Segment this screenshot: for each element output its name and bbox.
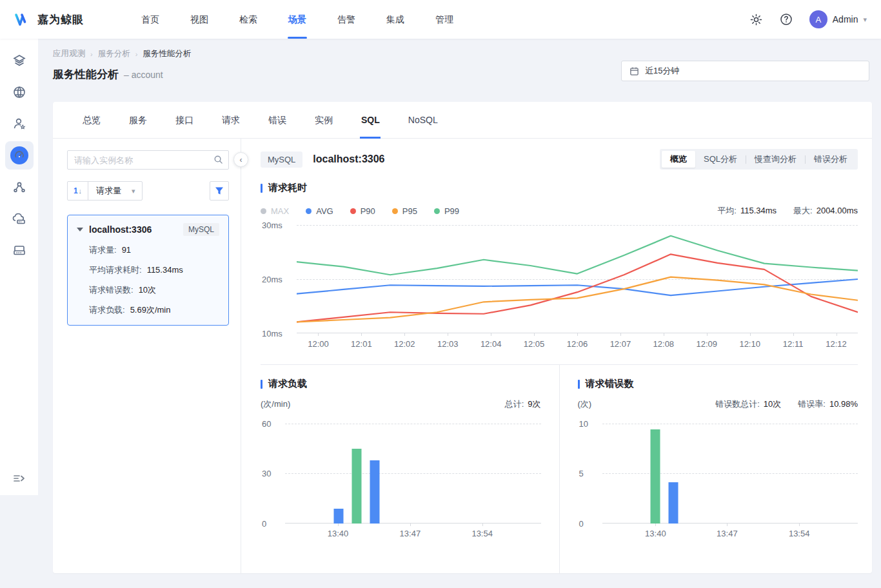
page-title: 服务性能分析 — [53, 67, 119, 82]
legend-item-max[interactable]: MAX — [261, 206, 289, 216]
legend-dot — [392, 208, 398, 214]
tab-errors[interactable]: 错误 — [254, 102, 301, 139]
x-tick-label: 12:02 — [383, 339, 426, 349]
tab-requests[interactable]: 请求 — [208, 102, 254, 139]
db-type-badge: MySQL — [261, 152, 302, 168]
time-range-picker[interactable]: 近15分钟 — [621, 61, 869, 81]
view-tab-error-analysis[interactable]: 错误分析 — [806, 151, 856, 168]
tab-nosql[interactable]: NoSQL — [394, 102, 452, 139]
legend-item-p99[interactable]: P99 — [434, 206, 459, 216]
view-tab-overview[interactable]: 概览 — [662, 151, 695, 168]
latency-line-chart[interactable]: 30ms 20ms 10ms — [261, 225, 858, 333]
tab-services[interactable]: 服务 — [115, 102, 161, 139]
nav-item-alerts[interactable]: 告警 — [322, 0, 371, 39]
latency-legend: MAX AVG P90 — [261, 206, 459, 216]
sort-order-icon[interactable]: 1↓ — [68, 182, 88, 200]
load-plot-area[interactable] — [285, 424, 541, 524]
axis-tick — [836, 333, 837, 336]
instance-list-panel: 1↓ 请求量 ▾ — [53, 139, 241, 573]
nav-item-home[interactable]: 首页 — [126, 0, 175, 39]
legend-item-avg[interactable]: AVG — [306, 206, 333, 216]
legend-dot — [350, 208, 356, 214]
nav-item-admin[interactable]: 管理 — [420, 0, 469, 39]
tab-instances[interactable]: 实例 — [301, 102, 347, 139]
y-axis-labels: 60 30 0 — [261, 424, 285, 524]
sidebar-item-apm-active[interactable] — [5, 141, 34, 170]
x-tick-label: 12:09 — [685, 339, 728, 349]
sidebar-item-layers[interactable] — [5, 46, 34, 75]
y-axis-labels: 30ms 20ms 10ms — [261, 225, 297, 333]
breadcrumb-item[interactable]: 应用观测 — [53, 48, 85, 59]
view-tab-sql-analysis[interactable]: SQL分析 — [695, 151, 746, 168]
axis-tick — [620, 333, 621, 336]
legend-item-p90[interactable]: P90 — [350, 206, 375, 216]
topology-icon — [12, 180, 26, 194]
load-bar-chart[interactable]: 60 30 0 — [261, 424, 541, 524]
user-star-icon — [12, 117, 26, 131]
legend-dot — [434, 208, 440, 214]
errors-bar[interactable] — [668, 482, 678, 524]
legend-dot — [306, 208, 312, 214]
axis-tick — [727, 524, 728, 526]
tab-sql[interactable]: SQL — [347, 102, 394, 139]
legend-item-p95[interactable]: P95 — [392, 206, 417, 216]
caret-down-icon[interactable] — [77, 228, 83, 231]
errors-bar-chart[interactable]: 10 5 0 — [578, 424, 858, 524]
unit-label: (次/min) — [261, 398, 290, 410]
metric-avg-latency: 平均请求耗时:115.34ms — [77, 264, 219, 276]
user-menu[interactable]: A Admin ▾ — [809, 10, 867, 28]
page-subtitle: – account — [124, 70, 163, 80]
help-icon[interactable] — [780, 13, 793, 26]
breadcrumb-item[interactable]: 服务分析 — [98, 48, 130, 59]
load-bar[interactable] — [370, 460, 379, 524]
axis-tick — [534, 333, 535, 336]
nav-item-integrations[interactable]: 集成 — [371, 0, 420, 39]
latency-section: 请求耗时 MAX AVG — [261, 182, 858, 349]
sidebar-item-topology[interactable] — [5, 173, 34, 201]
sort-field-select[interactable]: 请求量 ▾ — [88, 182, 142, 200]
x-tick-label: 12:11 — [771, 339, 815, 349]
nav-item-search[interactable]: 检索 — [224, 0, 273, 39]
x-tick-label: 13:40 — [645, 529, 666, 538]
x-tick-label: 12:04 — [470, 339, 513, 349]
sidebar-item-globe[interactable] — [5, 78, 34, 106]
axis-tick — [655, 524, 656, 526]
nav-item-views[interactable]: 视图 — [175, 0, 224, 39]
sidebar-item-hosts[interactable] — [5, 236, 34, 264]
load-bar[interactable] — [352, 449, 362, 524]
sort-control[interactable]: 1↓ 请求量 ▾ — [67, 181, 143, 201]
instance-detail: MySQL localhost:3306 概览 SQL分析 慢查询分析 错误分析 — [241, 139, 872, 573]
x-tick-label: 12:07 — [599, 339, 642, 349]
metric-request-count: 请求量:91 — [77, 244, 219, 256]
x-tick-label: 12:05 — [513, 339, 556, 349]
x-tick-label: 12:08 — [642, 339, 685, 349]
load-bar[interactable] — [333, 509, 343, 524]
instance-search-input[interactable] — [67, 150, 229, 170]
latency-plot-area[interactable] — [297, 225, 858, 333]
sidebar-collapse-toggle[interactable] — [13, 473, 26, 486]
tab-endpoints[interactable]: 接口 — [161, 102, 208, 139]
sidebar-item-cloud[interactable] — [5, 204, 34, 233]
x-tick-label: 12:01 — [340, 339, 383, 349]
filter-button[interactable] — [210, 181, 229, 201]
tab-overview[interactable]: 总览 — [68, 102, 115, 139]
x-tick-label: 13:40 — [328, 529, 349, 538]
errors-bar[interactable] — [651, 429, 660, 524]
icon-sidebar — [0, 39, 38, 495]
errors-plot-area[interactable] — [602, 424, 858, 524]
x-axis-labels: 12:0012:0112:0212:0312:0412:0512:0612:07… — [297, 339, 858, 349]
detail-title: localhost:3306 — [313, 153, 384, 165]
nav-item-scenes[interactable]: 场景 — [273, 0, 322, 39]
instance-card-localhost-3306[interactable]: localhost:3306 MySQL 请求量:91 平均请求耗时:115.3… — [67, 215, 229, 326]
axis-tick — [577, 333, 578, 336]
view-tab-slow-query[interactable]: 慢查询分析 — [746, 151, 805, 168]
settings-gear-icon[interactable] — [750, 13, 763, 26]
brand-logo[interactable]: 嘉为鲸眼 — [14, 12, 126, 27]
sidebar-item-user-analysis[interactable] — [5, 110, 34, 138]
breadcrumb-item-current: 服务性能分析 — [143, 48, 191, 59]
x-tick-label: 13:54 — [471, 529, 493, 538]
brand-name: 嘉为鲸眼 — [37, 12, 84, 27]
x-axis-labels: 13:4013:4713:54 — [285, 529, 541, 542]
axis-tick — [338, 524, 339, 526]
panel-collapse-button[interactable]: ‹ — [233, 152, 248, 167]
